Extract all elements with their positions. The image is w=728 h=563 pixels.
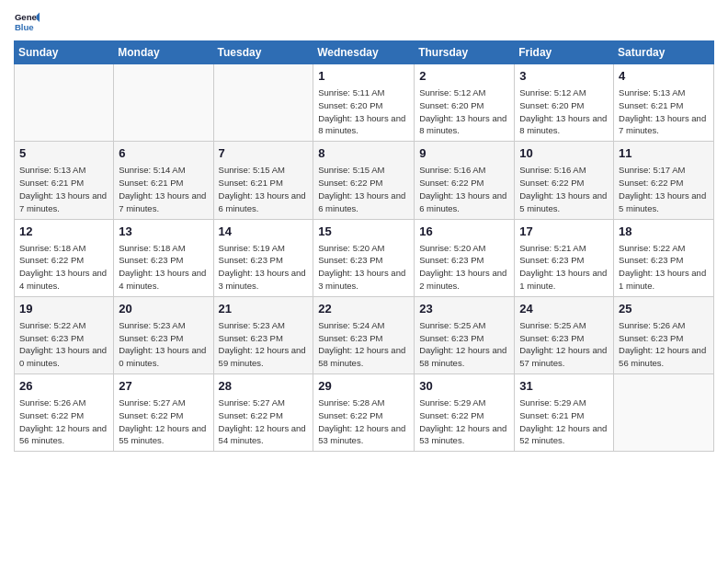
day-info: Sunrise: 5:17 AM Sunset: 6:22 PM Dayligh… [619,164,709,214]
day-number: 6 [119,145,208,162]
day-number: 8 [318,145,409,162]
calendar-cell: 25Sunrise: 5:26 AM Sunset: 6:23 PM Dayli… [614,296,714,373]
calendar-cell: 29Sunrise: 5:28 AM Sunset: 6:22 PM Dayli… [313,374,415,452]
day-number: 7 [219,145,309,162]
day-info: Sunrise: 5:11 AM Sunset: 6:20 PM Dayligh… [318,86,409,137]
svg-text:General: General [15,12,40,22]
logo-icon: General Blue [14,9,40,35]
weekday-header-monday: Monday [114,41,213,64]
day-info: Sunrise: 5:18 AM Sunset: 6:22 PM Dayligh… [19,242,108,293]
calendar-cell: 16Sunrise: 5:20 AM Sunset: 6:23 PM Dayli… [415,219,515,296]
day-number: 15 [318,224,409,240]
calendar-cell: 12Sunrise: 5:18 AM Sunset: 6:22 PM Dayli… [15,219,114,296]
calendar-cell: 13Sunrise: 5:18 AM Sunset: 6:23 PM Dayli… [114,219,213,296]
day-number: 17 [519,224,609,240]
day-info: Sunrise: 5:27 AM Sunset: 6:22 PM Dayligh… [119,396,208,447]
day-number: 5 [19,145,108,162]
weekday-header-sunday: Sunday [15,41,114,64]
day-number: 18 [619,224,709,240]
day-info: Sunrise: 5:21 AM Sunset: 6:23 PM Dayligh… [519,242,609,293]
day-info: Sunrise: 5:12 AM Sunset: 6:20 PM Dayligh… [519,86,609,137]
day-info: Sunrise: 5:13 AM Sunset: 6:21 PM Dayligh… [619,86,709,137]
weekday-header-tuesday: Tuesday [213,41,313,64]
day-number: 16 [419,224,509,240]
day-number: 2 [419,68,509,85]
day-info: Sunrise: 5:20 AM Sunset: 6:23 PM Dayligh… [318,242,409,293]
calendar-cell [15,64,114,142]
day-number: 4 [619,68,709,85]
calendar-cell: 27Sunrise: 5:27 AM Sunset: 6:22 PM Dayli… [114,374,213,452]
day-number: 31 [519,378,609,395]
calendar-table: SundayMondayTuesdayWednesdayThursdayFrid… [14,40,714,452]
calendar-cell: 5Sunrise: 5:13 AM Sunset: 6:21 PM Daylig… [15,142,114,219]
weekday-header-saturday: Saturday [614,41,714,64]
calendar-cell: 22Sunrise: 5:24 AM Sunset: 6:23 PM Dayli… [313,296,415,373]
calendar-week-1: 1Sunrise: 5:11 AM Sunset: 6:20 PM Daylig… [15,64,714,142]
day-info: Sunrise: 5:16 AM Sunset: 6:22 PM Dayligh… [419,164,509,214]
day-info: Sunrise: 5:19 AM Sunset: 6:23 PM Dayligh… [219,242,309,293]
calendar-cell: 18Sunrise: 5:22 AM Sunset: 6:23 PM Dayli… [614,219,714,296]
calendar-cell: 10Sunrise: 5:16 AM Sunset: 6:22 PM Dayli… [515,142,614,219]
day-number: 14 [219,224,309,240]
calendar-cell: 23Sunrise: 5:25 AM Sunset: 6:23 PM Dayli… [415,296,515,373]
day-info: Sunrise: 5:25 AM Sunset: 6:23 PM Dayligh… [419,319,509,370]
day-number: 3 [519,68,609,85]
day-info: Sunrise: 5:23 AM Sunset: 6:23 PM Dayligh… [119,319,208,370]
calendar-cell: 6Sunrise: 5:14 AM Sunset: 6:21 PM Daylig… [114,142,213,219]
day-number: 11 [619,145,709,162]
calendar-cell [213,64,313,142]
calendar-cell: 7Sunrise: 5:15 AM Sunset: 6:21 PM Daylig… [213,142,313,219]
weekday-header-thursday: Thursday [415,41,515,64]
day-info: Sunrise: 5:26 AM Sunset: 6:22 PM Dayligh… [19,396,108,447]
calendar-cell: 24Sunrise: 5:25 AM Sunset: 6:23 PM Dayli… [515,296,614,373]
day-info: Sunrise: 5:13 AM Sunset: 6:21 PM Dayligh… [19,164,108,214]
day-info: Sunrise: 5:16 AM Sunset: 6:22 PM Dayligh… [519,164,609,214]
day-info: Sunrise: 5:23 AM Sunset: 6:23 PM Dayligh… [219,319,309,370]
calendar-cell: 1Sunrise: 5:11 AM Sunset: 6:20 PM Daylig… [313,64,415,142]
calendar-cell: 8Sunrise: 5:15 AM Sunset: 6:22 PM Daylig… [313,142,415,219]
day-info: Sunrise: 5:20 AM Sunset: 6:23 PM Dayligh… [419,242,509,293]
day-number: 25 [619,301,709,317]
day-info: Sunrise: 5:14 AM Sunset: 6:21 PM Dayligh… [119,164,208,214]
day-number: 9 [419,145,509,162]
day-number: 21 [219,301,309,317]
calendar-cell: 4Sunrise: 5:13 AM Sunset: 6:21 PM Daylig… [614,64,714,142]
day-number: 23 [419,301,509,317]
calendar-cell [614,374,714,452]
calendar-cell: 9Sunrise: 5:16 AM Sunset: 6:22 PM Daylig… [415,142,515,219]
day-info: Sunrise: 5:25 AM Sunset: 6:23 PM Dayligh… [519,319,609,370]
calendar-cell: 20Sunrise: 5:23 AM Sunset: 6:23 PM Dayli… [114,296,213,373]
weekday-header-wednesday: Wednesday [313,41,415,64]
calendar-cell: 11Sunrise: 5:17 AM Sunset: 6:22 PM Dayli… [614,142,714,219]
day-info: Sunrise: 5:27 AM Sunset: 6:22 PM Dayligh… [219,396,309,447]
page-header: General Blue [14,9,714,35]
calendar-cell: 28Sunrise: 5:27 AM Sunset: 6:22 PM Dayli… [213,374,313,452]
day-number: 20 [119,301,208,317]
calendar-cell: 2Sunrise: 5:12 AM Sunset: 6:20 PM Daylig… [415,64,515,142]
day-info: Sunrise: 5:15 AM Sunset: 6:21 PM Dayligh… [219,164,309,214]
calendar-cell: 14Sunrise: 5:19 AM Sunset: 6:23 PM Dayli… [213,219,313,296]
day-info: Sunrise: 5:22 AM Sunset: 6:23 PM Dayligh… [19,319,108,370]
calendar-cell: 17Sunrise: 5:21 AM Sunset: 6:23 PM Dayli… [515,219,614,296]
logo: General Blue [14,9,41,35]
day-info: Sunrise: 5:26 AM Sunset: 6:23 PM Dayligh… [619,319,709,370]
day-info: Sunrise: 5:24 AM Sunset: 6:23 PM Dayligh… [318,319,409,370]
calendar-cell: 3Sunrise: 5:12 AM Sunset: 6:20 PM Daylig… [515,64,614,142]
day-info: Sunrise: 5:29 AM Sunset: 6:22 PM Dayligh… [419,396,509,447]
day-number: 26 [19,378,108,395]
calendar-week-2: 5Sunrise: 5:13 AM Sunset: 6:21 PM Daylig… [15,142,714,219]
day-info: Sunrise: 5:15 AM Sunset: 6:22 PM Dayligh… [318,164,409,214]
day-number: 22 [318,301,409,317]
calendar-cell [114,64,213,142]
calendar-cell: 26Sunrise: 5:26 AM Sunset: 6:22 PM Dayli… [15,374,114,452]
day-info: Sunrise: 5:18 AM Sunset: 6:23 PM Dayligh… [119,242,208,293]
day-number: 30 [419,378,509,395]
calendar-week-3: 12Sunrise: 5:18 AM Sunset: 6:22 PM Dayli… [15,219,714,296]
calendar-cell: 31Sunrise: 5:29 AM Sunset: 6:21 PM Dayli… [515,374,614,452]
day-number: 13 [119,224,208,240]
day-number: 1 [318,68,409,85]
day-info: Sunrise: 5:12 AM Sunset: 6:20 PM Dayligh… [419,86,509,137]
day-info: Sunrise: 5:29 AM Sunset: 6:21 PM Dayligh… [519,396,609,447]
day-info: Sunrise: 5:22 AM Sunset: 6:23 PM Dayligh… [619,242,709,293]
day-number: 29 [318,378,409,395]
